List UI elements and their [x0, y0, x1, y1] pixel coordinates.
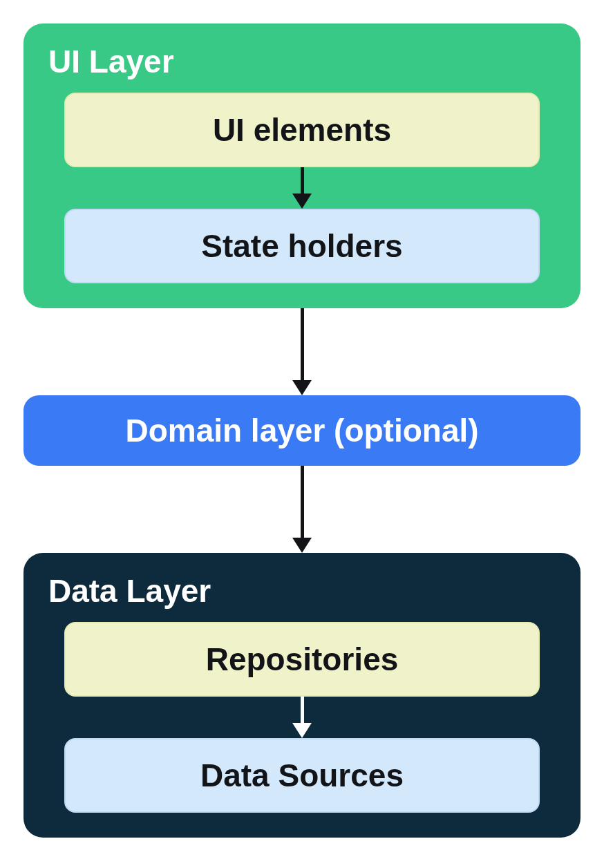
data-layer-title: Data Layer [46, 572, 558, 610]
arrow-down-icon [292, 697, 312, 738]
repositories-box: Repositories [64, 622, 540, 697]
state-holders-box: State holders [64, 209, 540, 283]
ui-elements-box: UI elements [64, 93, 540, 167]
arrow-down-icon [292, 308, 312, 395]
domain-layer-row: Domain layer (optional) [23, 395, 581, 466]
data-sources-box: Data Sources [64, 738, 540, 813]
arrow-down-icon [292, 466, 312, 553]
arrow-down-icon [292, 167, 312, 209]
ui-layer-title: UI Layer [46, 43, 558, 80]
ui-layer-container: UI Layer UI elements State holders [23, 23, 581, 308]
domain-layer-box: Domain layer (optional) [23, 395, 581, 466]
data-layer-container: Data Layer Repositories Data Sources [23, 553, 581, 838]
